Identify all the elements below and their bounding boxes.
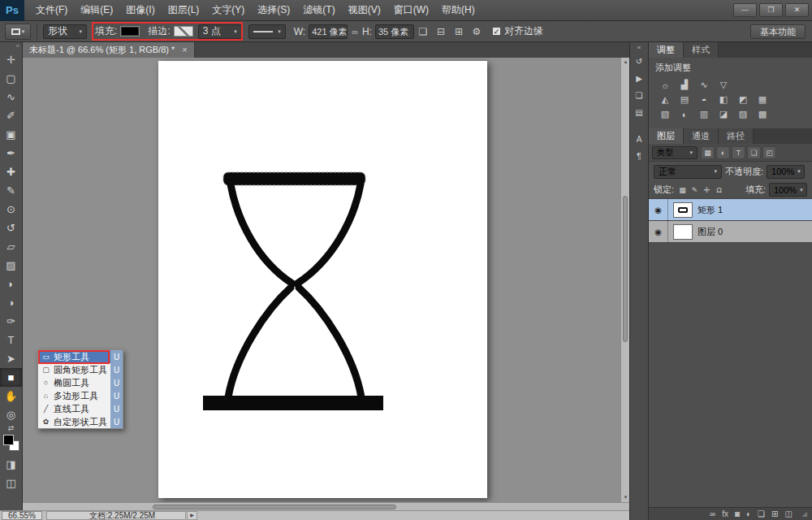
menu-image[interactable]: 图像(I) xyxy=(119,0,161,20)
stroke-width-select[interactable]: 3 点 ▾ xyxy=(198,24,242,39)
rectangle-tool[interactable]: ■ xyxy=(0,368,22,387)
filter-adjustment-layers-icon[interactable]: ◐ xyxy=(716,146,730,159)
zoom-tool[interactable]: ◎ xyxy=(0,405,22,424)
blur-tool[interactable]: ◗ xyxy=(0,275,22,293)
flyout-polygon-tool[interactable]: ⌂ 多边形工具 U xyxy=(38,389,123,402)
horizontal-scroll-thumb[interactable] xyxy=(153,505,396,509)
actions-panel-icon[interactable]: ▶ xyxy=(630,70,648,87)
resize-grip-icon[interactable]: ◢ xyxy=(802,510,807,518)
quick-selection-tool[interactable]: ✐ xyxy=(0,106,22,125)
tool-preset-picker[interactable]: ▾ xyxy=(5,24,31,40)
layer-group-icon[interactable]: ❏ xyxy=(758,509,765,518)
clone-source-panel-icon[interactable]: ❏ xyxy=(630,87,648,104)
menu-file[interactable]: 文件(F) xyxy=(29,0,74,20)
canvas-area[interactable]: ▲ ▼ xyxy=(23,58,629,502)
restore-button[interactable]: ❐ xyxy=(759,3,783,17)
menu-type[interactable]: 文字(Y) xyxy=(205,0,251,20)
type-tool[interactable]: T xyxy=(0,331,22,349)
gradient-tool[interactable]: ▨ xyxy=(0,256,22,275)
marquee-tool[interactable]: ▢ xyxy=(0,69,22,88)
healing-brush-tool[interactable]: ✚ xyxy=(0,162,22,181)
flyout-rounded-rectangle-tool[interactable]: ▢ 圆角矩形工具 U xyxy=(38,363,123,376)
paragraph-panel-icon[interactable]: ¶ xyxy=(630,148,648,165)
document-tab[interactable]: 未标题-1 @ 66.6% (矩形 1, RGB/8) * × xyxy=(23,42,195,58)
close-button[interactable]: ✕ xyxy=(785,3,809,17)
stroke-style-select[interactable]: ▾ xyxy=(248,24,286,39)
lock-position-icon[interactable]: ✛ xyxy=(702,186,712,194)
layer-fill-select[interactable]: 100% ▾ xyxy=(769,183,807,197)
close-icon[interactable]: × xyxy=(182,42,187,58)
path-selection-tool[interactable]: ➤ xyxy=(0,349,22,368)
tab-adjustments[interactable]: 调整 xyxy=(649,42,684,58)
eyedropper-tool[interactable]: ✒ xyxy=(0,144,22,162)
exposure-icon[interactable]: ▽ xyxy=(714,79,733,91)
align-edges-checkbox[interactable]: ✓ xyxy=(492,27,501,36)
filter-kind-select[interactable]: 类型 ▾ xyxy=(652,146,698,159)
expand-panels-button[interactable]: « xyxy=(630,42,648,53)
layer-mask-icon[interactable]: ◙ xyxy=(735,509,740,518)
menu-window[interactable]: 窗口(W) xyxy=(387,0,435,20)
brush-tool[interactable]: ✎ xyxy=(0,181,22,200)
menu-layer[interactable]: 图层(L) xyxy=(162,0,206,20)
color-lookup-icon[interactable]: ▧ xyxy=(655,108,675,120)
visibility-toggle[interactable]: ◉ xyxy=(649,221,668,243)
path-operations-icon[interactable]: ❏ xyxy=(414,24,432,40)
width-field[interactable]: 421 像素 xyxy=(309,24,348,39)
move-tool[interactable]: ✛ xyxy=(0,50,22,69)
flyout-line-tool[interactable]: ╱ 直线工具 U xyxy=(38,402,123,415)
filter-shape-layers-icon[interactable]: ❏ xyxy=(747,146,761,159)
tools-collapse-button[interactable]: » xyxy=(0,42,22,50)
tab-channels[interactable]: 通道 xyxy=(684,128,719,144)
levels-icon[interactable]: ▟ xyxy=(675,79,694,91)
flyout-ellipse-tool[interactable]: ○ 椭圆工具 U xyxy=(38,376,123,389)
filter-pixel-layers-icon[interactable]: ▦ xyxy=(701,146,715,159)
brightness-contrast-icon[interactable]: ☼ xyxy=(655,79,675,91)
invert-icon[interactable]: ◐ xyxy=(675,108,694,120)
adjustment-layer-icon[interactable]: ◐ xyxy=(746,509,751,518)
tool-mode-select[interactable]: 形状 ▾ xyxy=(43,24,87,39)
gear-icon[interactable]: ⚙ xyxy=(468,24,486,40)
threshold-icon[interactable]: ◪ xyxy=(714,108,733,120)
link-layers-icon[interactable]: ∞ xyxy=(710,509,715,518)
selective-color-icon[interactable]: ▩ xyxy=(753,108,772,120)
quick-mask-button[interactable]: ◨ xyxy=(0,455,22,474)
minimize-button[interactable]: — xyxy=(733,3,757,17)
filter-type-layers-icon[interactable]: T xyxy=(732,146,745,159)
layer-row-rectangle-1[interactable]: ◉ 矩形 1 xyxy=(649,199,812,221)
horizontal-scrollbar[interactable] xyxy=(23,502,629,510)
character-panel-icon[interactable]: A xyxy=(630,131,648,148)
new-layer-icon[interactable]: ⊞ xyxy=(771,509,778,518)
vibrance-icon[interactable]: ◭ xyxy=(655,93,675,106)
color-balance-icon[interactable]: ◓ xyxy=(694,93,714,106)
vertical-scrollbar[interactable]: ▲ ▼ xyxy=(620,58,629,502)
filter-smart-objects-icon[interactable]: ◰ xyxy=(762,146,776,159)
visibility-toggle[interactable]: ◉ xyxy=(649,199,668,221)
scroll-up-icon[interactable]: ▲ xyxy=(621,58,629,67)
clone-stamp-tool[interactable]: ⊙ xyxy=(0,200,22,219)
path-alignment-icon[interactable]: ⊟ xyxy=(432,24,450,40)
photo-filter-icon[interactable]: ◩ xyxy=(733,93,753,106)
screen-mode-button[interactable]: ◫ xyxy=(0,474,22,492)
scroll-down-icon[interactable]: ▼ xyxy=(621,493,629,502)
tab-layers[interactable]: 图层 xyxy=(649,128,684,144)
blend-mode-select[interactable]: 正常 ▾ xyxy=(654,165,722,179)
menu-help[interactable]: 帮助(H) xyxy=(435,0,482,20)
fill-swatch[interactable] xyxy=(120,26,140,37)
hand-tool[interactable]: ✋ xyxy=(0,387,22,405)
dodge-tool[interactable]: ◑ xyxy=(0,293,22,312)
status-menu-arrow-icon[interactable]: ▶ xyxy=(187,511,197,520)
lock-all-icon[interactable]: Ω xyxy=(714,186,724,194)
foreground-color-swatch[interactable] xyxy=(3,435,14,445)
tab-styles[interactable]: 样式 xyxy=(684,42,719,58)
layer-thumbnail[interactable] xyxy=(673,224,693,240)
link-dimensions-icon[interactable]: ∞ xyxy=(352,27,358,37)
layer-name[interactable]: 图层 0 xyxy=(698,226,723,238)
layer-name[interactable]: 矩形 1 xyxy=(698,204,723,216)
flyout-custom-shape-tool[interactable]: ✿ 自定形状工具 U xyxy=(38,415,123,428)
document-canvas[interactable] xyxy=(158,61,487,498)
swap-colors-icon[interactable]: ⇄ xyxy=(0,424,22,433)
menu-filter[interactable]: 滤镜(T) xyxy=(296,0,341,20)
zoom-level-field[interactable]: 66.55% xyxy=(2,511,42,520)
stroke-swatch[interactable] xyxy=(174,26,193,37)
opacity-select[interactable]: 100% ▾ xyxy=(767,165,805,179)
